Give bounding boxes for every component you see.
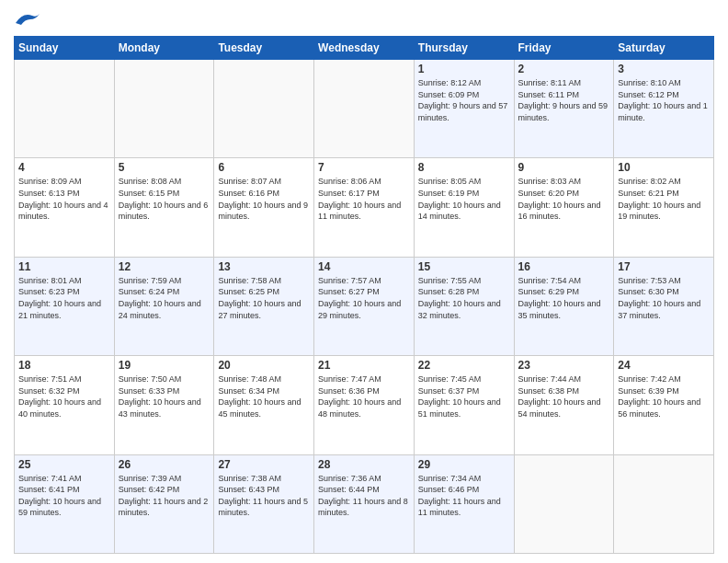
day-info: Sunrise: 7:41 AMSunset: 6:41 PMDaylight:… — [18, 473, 110, 519]
calendar-cell: 9Sunrise: 8:03 AMSunset: 6:20 PMDaylight… — [514, 158, 614, 257]
day-number: 18 — [18, 359, 110, 372]
calendar-cell: 28Sunrise: 7:36 AMSunset: 6:44 PMDayligh… — [314, 454, 415, 553]
day-number: 13 — [218, 260, 310, 273]
day-number: 16 — [518, 260, 610, 273]
weekday-header-thursday: Thursday — [414, 37, 514, 60]
day-info: Sunrise: 7:57 AMSunset: 6:27 PMDaylight:… — [318, 275, 410, 321]
week-row-1: 1Sunrise: 8:12 AMSunset: 6:09 PMDaylight… — [15, 60, 714, 158]
weekday-header-friday: Friday — [514, 37, 614, 60]
day-info: Sunrise: 8:03 AMSunset: 6:20 PMDaylight:… — [518, 176, 610, 222]
day-info: Sunrise: 7:51 AMSunset: 6:32 PMDaylight:… — [18, 373, 110, 419]
day-info: Sunrise: 7:59 AMSunset: 6:24 PMDaylight:… — [119, 275, 210, 321]
weekday-header-sunday: Sunday — [15, 37, 115, 60]
calendar-cell: 13Sunrise: 7:58 AMSunset: 6:25 PMDayligh… — [214, 257, 314, 355]
calendar-cell: 20Sunrise: 7:48 AMSunset: 6:34 PMDayligh… — [214, 356, 314, 454]
week-row-5: 25Sunrise: 7:41 AMSunset: 6:41 PMDayligh… — [15, 454, 714, 553]
day-number: 24 — [618, 359, 710, 372]
day-number: 3 — [618, 63, 710, 75]
day-number: 1 — [418, 63, 510, 75]
day-number: 27 — [218, 458, 310, 471]
day-number: 10 — [618, 161, 710, 174]
calendar-cell: 8Sunrise: 8:05 AMSunset: 6:19 PMDaylight… — [414, 158, 514, 257]
calendar-cell: 1Sunrise: 8:12 AMSunset: 6:09 PMDaylight… — [414, 60, 514, 158]
day-info: Sunrise: 7:42 AMSunset: 6:39 PMDaylight:… — [618, 373, 710, 419]
day-number: 8 — [418, 161, 510, 174]
calendar-cell: 22Sunrise: 7:45 AMSunset: 6:37 PMDayligh… — [414, 356, 514, 454]
calendar-cell: 25Sunrise: 7:41 AMSunset: 6:41 PMDayligh… — [15, 454, 115, 553]
day-info: Sunrise: 7:36 AMSunset: 6:44 PMDaylight:… — [318, 473, 410, 519]
day-number: 23 — [518, 359, 610, 372]
calendar-cell: 18Sunrise: 7:51 AMSunset: 6:32 PMDayligh… — [15, 356, 115, 454]
week-row-3: 11Sunrise: 8:01 AMSunset: 6:23 PMDayligh… — [15, 257, 714, 355]
calendar-cell: 3Sunrise: 8:10 AMSunset: 6:12 PMDaylight… — [614, 60, 714, 158]
day-info: Sunrise: 7:38 AMSunset: 6:43 PMDaylight:… — [218, 473, 310, 519]
day-info: Sunrise: 8:12 AMSunset: 6:09 PMDaylight:… — [418, 77, 510, 123]
calendar-cell: 10Sunrise: 8:02 AMSunset: 6:21 PMDayligh… — [614, 158, 714, 257]
calendar-cell: 23Sunrise: 7:44 AMSunset: 6:38 PMDayligh… — [514, 356, 614, 454]
day-number: 2 — [518, 63, 610, 75]
calendar-cell: 19Sunrise: 7:50 AMSunset: 6:33 PMDayligh… — [114, 356, 214, 454]
day-info: Sunrise: 8:01 AMSunset: 6:23 PMDaylight:… — [18, 275, 110, 321]
calendar-cell — [214, 60, 314, 158]
week-row-2: 4Sunrise: 8:09 AMSunset: 6:13 PMDaylight… — [15, 158, 714, 257]
day-info: Sunrise: 7:34 AMSunset: 6:46 PMDaylight:… — [418, 473, 510, 519]
calendar-table: SundayMondayTuesdayWednesdayThursdayFrid… — [14, 36, 714, 554]
day-number: 25 — [18, 458, 110, 471]
day-info: Sunrise: 8:11 AMSunset: 6:11 PMDaylight:… — [518, 77, 610, 123]
day-info: Sunrise: 8:05 AMSunset: 6:19 PMDaylight:… — [418, 176, 510, 222]
calendar-cell: 11Sunrise: 8:01 AMSunset: 6:23 PMDayligh… — [15, 257, 115, 355]
day-info: Sunrise: 8:10 AMSunset: 6:12 PMDaylight:… — [618, 77, 710, 123]
calendar-cell — [114, 60, 214, 158]
calendar-cell: 21Sunrise: 7:47 AMSunset: 6:36 PMDayligh… — [314, 356, 415, 454]
day-info: Sunrise: 8:07 AMSunset: 6:16 PMDaylight:… — [218, 176, 310, 222]
day-number: 19 — [119, 359, 210, 372]
weekday-header-monday: Monday — [114, 37, 214, 60]
calendar-cell: 2Sunrise: 8:11 AMSunset: 6:11 PMDaylight… — [514, 60, 614, 158]
day-info: Sunrise: 7:44 AMSunset: 6:38 PMDaylight:… — [518, 373, 610, 419]
calendar-cell: 16Sunrise: 7:54 AMSunset: 6:29 PMDayligh… — [514, 257, 614, 355]
day-number: 28 — [318, 458, 410, 471]
calendar-cell — [314, 60, 415, 158]
calendar-cell — [514, 454, 614, 553]
day-info: Sunrise: 7:50 AMSunset: 6:33 PMDaylight:… — [119, 373, 210, 419]
weekday-header-saturday: Saturday — [614, 37, 714, 60]
day-info: Sunrise: 7:53 AMSunset: 6:30 PMDaylight:… — [618, 275, 710, 321]
day-info: Sunrise: 7:48 AMSunset: 6:34 PMDaylight:… — [218, 373, 310, 419]
day-info: Sunrise: 7:55 AMSunset: 6:28 PMDaylight:… — [418, 275, 510, 321]
day-info: Sunrise: 7:54 AMSunset: 6:29 PMDaylight:… — [518, 275, 610, 321]
calendar-cell: 4Sunrise: 8:09 AMSunset: 6:13 PMDaylight… — [15, 158, 115, 257]
day-info: Sunrise: 8:08 AMSunset: 6:15 PMDaylight:… — [119, 176, 210, 222]
day-number: 4 — [18, 161, 110, 174]
header — [14, 9, 714, 30]
day-number: 14 — [318, 260, 410, 273]
day-info: Sunrise: 7:39 AMSunset: 6:42 PMDaylight:… — [119, 473, 210, 519]
weekday-header-row: SundayMondayTuesdayWednesdayThursdayFrid… — [15, 37, 714, 60]
calendar-cell: 27Sunrise: 7:38 AMSunset: 6:43 PMDayligh… — [214, 454, 314, 553]
day-info: Sunrise: 8:02 AMSunset: 6:21 PMDaylight:… — [618, 176, 710, 222]
weekday-header-tuesday: Tuesday — [214, 37, 314, 60]
day-number: 22 — [418, 359, 510, 372]
day-info: Sunrise: 7:45 AMSunset: 6:37 PMDaylight:… — [418, 373, 510, 419]
calendar-cell: 17Sunrise: 7:53 AMSunset: 6:30 PMDayligh… — [614, 257, 714, 355]
calendar-cell: 24Sunrise: 7:42 AMSunset: 6:39 PMDayligh… — [614, 356, 714, 454]
day-number: 6 — [218, 161, 310, 174]
day-number: 29 — [418, 458, 510, 471]
logo — [14, 9, 41, 30]
calendar-cell: 26Sunrise: 7:39 AMSunset: 6:42 PMDayligh… — [114, 454, 214, 553]
week-row-4: 18Sunrise: 7:51 AMSunset: 6:32 PMDayligh… — [15, 356, 714, 454]
calendar-cell: 6Sunrise: 8:07 AMSunset: 6:16 PMDaylight… — [214, 158, 314, 257]
calendar-cell: 15Sunrise: 7:55 AMSunset: 6:28 PMDayligh… — [414, 257, 514, 355]
calendar-cell — [15, 60, 115, 158]
day-number: 5 — [119, 161, 210, 174]
day-number: 15 — [418, 260, 510, 273]
page: SundayMondayTuesdayWednesdayThursdayFrid… — [0, 0, 728, 563]
calendar-cell — [614, 454, 714, 553]
calendar-cell: 7Sunrise: 8:06 AMSunset: 6:17 PMDaylight… — [314, 158, 415, 257]
day-number: 7 — [318, 161, 410, 174]
weekday-header-wednesday: Wednesday — [314, 37, 415, 60]
day-info: Sunrise: 8:09 AMSunset: 6:13 PMDaylight:… — [18, 176, 110, 222]
calendar-cell: 5Sunrise: 8:08 AMSunset: 6:15 PMDaylight… — [114, 158, 214, 257]
day-info: Sunrise: 8:06 AMSunset: 6:17 PMDaylight:… — [318, 176, 410, 222]
day-number: 17 — [618, 260, 710, 273]
day-number: 9 — [518, 161, 610, 174]
